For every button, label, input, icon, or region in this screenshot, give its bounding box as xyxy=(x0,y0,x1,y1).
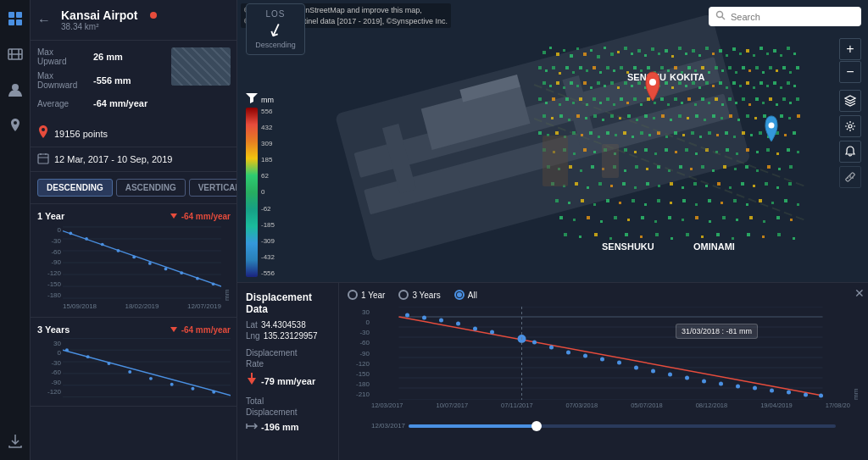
svg-rect-123 xyxy=(769,66,772,69)
svg-point-397 xyxy=(649,79,656,86)
svg-rect-85 xyxy=(773,49,776,53)
close-button[interactable]: ✕ xyxy=(854,286,865,300)
chart1-y0: 0 xyxy=(37,226,61,234)
svg-rect-128 xyxy=(542,81,546,85)
svg-rect-61 xyxy=(610,53,614,56)
svg-rect-262 xyxy=(759,131,762,135)
svg-rect-88 xyxy=(793,53,796,55)
airport-subtitle: 38.34 km² xyxy=(61,22,157,31)
ascending-button[interactable]: ASCENDING xyxy=(116,179,186,197)
svg-rect-100 xyxy=(613,69,615,72)
svg-rect-276 xyxy=(634,151,637,153)
zoom-in-button[interactable]: + xyxy=(839,38,861,60)
map-search[interactable] xyxy=(709,7,861,26)
nav-grid[interactable] xyxy=(5,8,25,29)
descending-button[interactable]: DESCENDING xyxy=(37,179,113,197)
filter-icon[interactable] xyxy=(246,93,258,106)
svg-rect-76 xyxy=(712,53,715,55)
svg-rect-312 xyxy=(756,169,759,172)
svg-rect-365 xyxy=(668,216,671,219)
svg-rect-343 xyxy=(632,199,635,202)
disp-x1: 10/07/2017 xyxy=(437,402,469,409)
svg-rect-392 xyxy=(602,144,619,178)
scale-val-4: 62 xyxy=(261,172,275,180)
svg-rect-133 xyxy=(576,85,579,87)
svg-rect-77 xyxy=(719,49,722,53)
svg-rect-309 xyxy=(723,165,726,169)
svg-rect-199 xyxy=(762,102,765,104)
svg-point-23 xyxy=(180,271,183,274)
back-button[interactable]: ← xyxy=(37,13,51,28)
chart2-y4: -90 xyxy=(37,379,61,386)
nav-download[interactable] xyxy=(5,431,25,452)
svg-point-438 xyxy=(719,382,723,386)
svg-point-37 xyxy=(128,370,131,374)
svg-point-24 xyxy=(196,277,199,280)
radio-1year[interactable]: 1 Year xyxy=(348,290,385,300)
svg-rect-229 xyxy=(746,114,749,118)
svg-rect-361 xyxy=(614,216,617,219)
vertical-button[interactable]: VERTICAL xyxy=(189,179,237,197)
svg-rect-352 xyxy=(746,203,748,206)
svg-point-427 xyxy=(532,341,537,345)
ruler-button[interactable] xyxy=(839,166,861,188)
svg-rect-53 xyxy=(556,53,559,56)
svg-rect-247 xyxy=(632,136,634,138)
notification-button[interactable] xyxy=(839,141,861,163)
zoom-out-button[interactable]: − xyxy=(839,61,861,83)
search-input[interactable] xyxy=(731,12,854,22)
svg-point-424 xyxy=(473,327,477,331)
svg-rect-183 xyxy=(654,102,656,104)
disp-x6: 19/04/2019 xyxy=(760,402,793,409)
svg-point-16 xyxy=(69,232,72,236)
disp-y6: -150 xyxy=(348,370,370,378)
svg-rect-354 xyxy=(771,202,774,204)
svg-rect-129 xyxy=(549,85,552,87)
disp-x2: 07/11/2017 xyxy=(501,402,533,409)
layers-button[interactable] xyxy=(839,90,861,112)
scale-val-3: 185 xyxy=(261,156,275,163)
nav-location[interactable] xyxy=(5,115,25,136)
timeline-slider[interactable] xyxy=(409,424,836,428)
svg-rect-383 xyxy=(686,233,689,236)
svg-rect-151 xyxy=(698,86,701,89)
map-visualization: SENSHU KOKITA SENSHUKU OMINAMI xyxy=(237,0,868,288)
svg-rect-186 xyxy=(674,97,677,101)
svg-rect-277 xyxy=(644,148,648,152)
radio-all[interactable]: All xyxy=(454,290,477,300)
svg-rect-91 xyxy=(552,66,555,69)
svg-rect-381 xyxy=(655,233,659,236)
svg-point-422 xyxy=(439,319,443,323)
svg-rect-280 xyxy=(675,151,677,153)
chart1-svg xyxy=(63,224,221,301)
svg-rect-177 xyxy=(613,103,615,106)
radio-circle-1year xyxy=(348,290,358,300)
map-area[interactable]: SENSHU KOKITA SENSHUKU OMINAMI LOS ↙ Des… xyxy=(237,0,868,288)
svg-rect-376 xyxy=(579,236,581,238)
svg-point-429 xyxy=(566,351,570,355)
settings-button[interactable] xyxy=(839,115,861,137)
svg-rect-70 xyxy=(671,55,674,58)
svg-point-431 xyxy=(600,357,604,362)
svg-point-443 xyxy=(804,393,808,397)
radio-dot-all xyxy=(457,292,462,297)
svg-rect-340 xyxy=(593,203,596,206)
svg-marker-7 xyxy=(170,213,177,219)
svg-rect-351 xyxy=(733,199,737,202)
svg-rect-122 xyxy=(762,71,765,74)
svg-rect-320 xyxy=(598,182,602,186)
svg-point-38 xyxy=(149,377,153,380)
svg-rect-114 xyxy=(708,71,710,74)
svg-rect-219 xyxy=(661,114,665,118)
total-icon xyxy=(246,421,258,433)
svg-rect-168 xyxy=(552,97,555,101)
timeline-thumb[interactable] xyxy=(531,421,542,431)
svg-rect-179 xyxy=(626,102,629,104)
svg-rect-62 xyxy=(617,51,620,53)
nav-map[interactable] xyxy=(5,44,25,64)
radio-label-all: All xyxy=(468,291,477,300)
svg-rect-338 xyxy=(568,202,570,204)
radio-3year[interactable]: 3 Years xyxy=(398,290,440,300)
nav-user[interactable] xyxy=(5,80,25,100)
svg-rect-120 xyxy=(748,69,751,72)
